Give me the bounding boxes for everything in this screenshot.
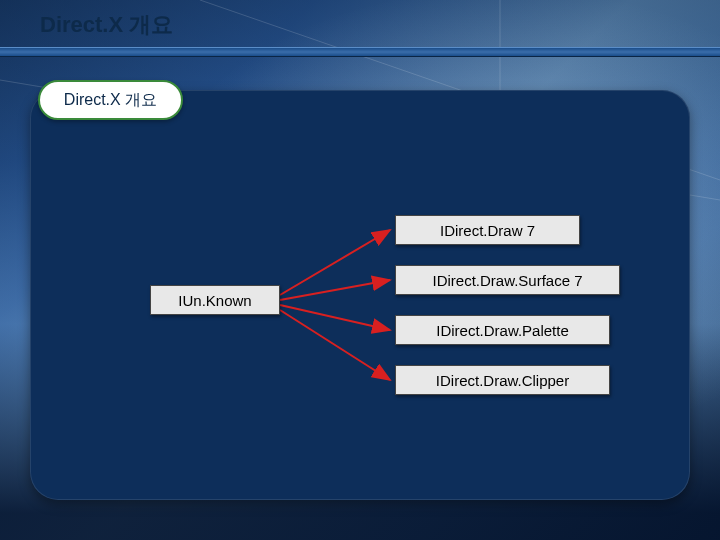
node-idirectdrawclipper: IDirect.Draw.Clipper [395, 365, 610, 395]
title-underline [0, 47, 720, 57]
node-idirectdrawpalette: IDirect.Draw.Palette [395, 315, 610, 345]
slide-title: Direct.X 개요 [30, 5, 700, 45]
node-label: IDirect.Draw 7 [440, 222, 535, 239]
node-label: IUn.Known [178, 292, 251, 309]
title-bar: Direct.X 개요 [30, 5, 700, 45]
subtitle-pill: Direct.X 개요 [38, 80, 183, 120]
content-panel [30, 90, 690, 500]
node-iunknown: IUn.Known [150, 285, 280, 315]
node-idirectdrawsurface7: IDirect.Draw.Surface 7 [395, 265, 620, 295]
subtitle-text: Direct.X 개요 [64, 90, 157, 111]
node-label: IDirect.Draw.Palette [436, 322, 569, 339]
node-label: IDirect.Draw.Clipper [436, 372, 569, 389]
node-label: IDirect.Draw.Surface 7 [432, 272, 582, 289]
node-idirectdraw7: IDirect.Draw 7 [395, 215, 580, 245]
